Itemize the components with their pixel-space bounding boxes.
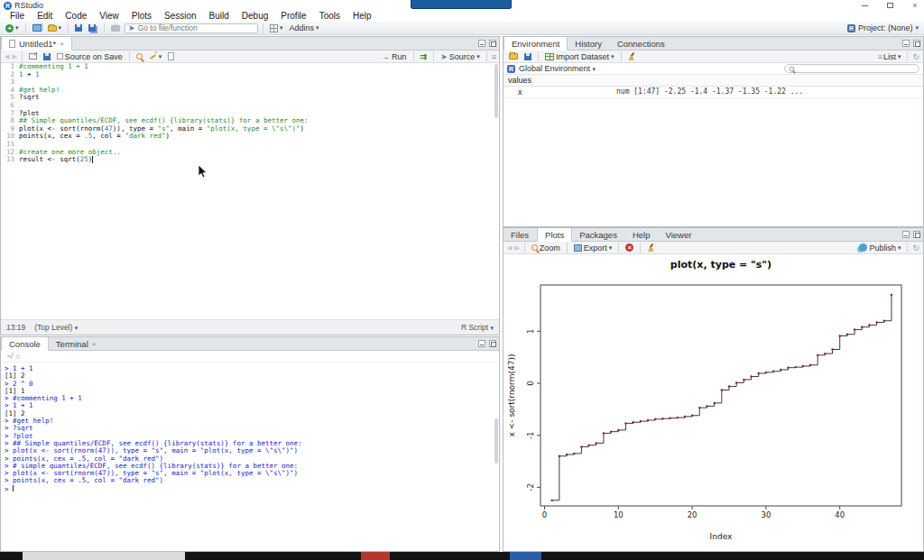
new-project-button[interactable] — [31, 23, 43, 32]
maximize-pane-icon[interactable] — [913, 40, 920, 47]
compile-report-button[interactable] — [166, 51, 176, 61]
taskbar-item[interactable] — [510, 552, 541, 560]
code-tools-button[interactable]: ▾ — [147, 51, 164, 61]
tab-console[interactable]: Console — [1, 337, 49, 351]
tab-terminal[interactable]: Terminal× — [49, 337, 105, 350]
step-plot-figure: plot(x, type = "s")010203040-2-101Indexx… — [504, 254, 923, 553]
menu-plots[interactable]: Plots — [125, 11, 158, 22]
new-file-button[interactable]: +▾ — [4, 23, 21, 33]
editor-line[interactable]: 1#commenting 1 + 1 — [1, 63, 499, 71]
save-all-button[interactable] — [87, 23, 99, 32]
environment-scope-selector[interactable]: Global Environment ▾ — [519, 64, 596, 73]
goto-file-input[interactable] — [138, 23, 246, 32]
taskbar-item[interactable] — [23, 552, 185, 560]
maximize-pane-icon[interactable] — [913, 231, 920, 238]
next-plot-icon[interactable]: ▶ — [514, 244, 519, 252]
tab-plots[interactable]: Plots — [537, 228, 572, 242]
addins-button[interactable]: Addins▾ — [288, 23, 321, 33]
save-workspace-button[interactable] — [522, 52, 533, 61]
tab-connections[interactable]: Connections — [610, 37, 673, 50]
environment-search[interactable] — [784, 64, 919, 73]
source-button[interactable]: ➤Source▾ — [439, 51, 482, 62]
clear-plots-button[interactable] — [645, 243, 657, 252]
maximize-pane-icon[interactable] — [489, 340, 496, 347]
goto-file-search[interactable]: ➤ — [125, 23, 258, 33]
search-icon — [790, 66, 795, 71]
publish-button[interactable]: Publish▾ — [857, 243, 902, 253]
windows-taskbar[interactable] — [0, 552, 924, 560]
editor-line[interactable]: 6 — [1, 102, 499, 110]
list-view-button[interactable]: ≡List▾ — [876, 51, 903, 62]
export-icon — [574, 244, 582, 252]
rerun-button[interactable]: ⇉ — [419, 51, 430, 62]
tab-help[interactable]: Help — [625, 228, 659, 241]
export-plot-button[interactable]: Export▾ — [572, 243, 614, 253]
minimize-pane-icon[interactable] — [478, 40, 485, 47]
console-scrollbar[interactable] — [494, 364, 499, 545]
taskbar-item[interactable] — [361, 552, 390, 560]
console-output[interactable]: > 1 + 1[1] 2> 2 ^ 0[1] 1> #commenting 1 … — [1, 363, 492, 551]
menu-code[interactable]: Code — [59, 11, 93, 22]
tab-untitled1[interactable]: Untitled1* × — [1, 37, 72, 50]
find-button[interactable] — [134, 52, 144, 60]
environment-search-input[interactable] — [798, 65, 906, 73]
editor-scrollbar[interactable] — [494, 64, 499, 306]
import-dataset-button[interactable]: Import Dataset▾ — [543, 51, 616, 62]
environment-scope-bar: R Global Environment ▾ — [504, 63, 923, 75]
menu-session[interactable]: Session — [158, 11, 203, 22]
code-editor[interactable]: 1#commenting 1 + 121 + 134#get help!5?sq… — [1, 63, 499, 319]
source-on-save-checkbox[interactable]: Source on Save — [55, 51, 125, 62]
editor-line[interactable]: 5?sqrt — [1, 94, 499, 102]
run-button[interactable]: →Run — [380, 51, 409, 62]
scope-selector[interactable]: (Top Level) ▾ — [34, 323, 78, 332]
tab-environment[interactable]: Environment — [504, 37, 568, 50]
remove-plot-button[interactable]: × — [624, 243, 635, 252]
minimize-pane-icon[interactable] — [478, 340, 485, 347]
save-doc-button[interactable] — [42, 52, 52, 61]
save-button[interactable] — [73, 23, 84, 32]
menu-view[interactable]: View — [93, 11, 125, 22]
project-menu[interactable]: R Project: (None)▾ — [847, 23, 919, 32]
minimize-pane-icon[interactable] — [902, 40, 910, 47]
doc-type-selector[interactable]: R Script ▾ — [461, 323, 494, 332]
tab-viewer[interactable]: Viewer — [658, 228, 699, 241]
env-variable-row[interactable]: x num [1:47] -2.25 -1.4 -1.37 -1.35 -1.2… — [504, 87, 923, 98]
popout-button[interactable] — [27, 52, 39, 60]
editor-line[interactable]: 21 + 1 — [1, 71, 499, 79]
tab-packages[interactable]: Packages — [572, 228, 625, 241]
save-icon — [75, 24, 82, 32]
menu-help[interactable]: Help — [346, 11, 378, 22]
menu-tools[interactable]: Tools — [313, 11, 346, 22]
back-icon[interactable]: ◀ — [5, 53, 9, 60]
menu-debug[interactable]: Debug — [236, 11, 274, 22]
maximize-pane-icon[interactable] — [489, 40, 496, 47]
menu-file[interactable]: File — [4, 11, 31, 22]
open-file-button[interactable]: ▾ — [46, 23, 64, 32]
print-button[interactable] — [109, 24, 122, 32]
tab-files[interactable]: Files — [504, 228, 537, 241]
maximize-button[interactable] — [884, 1, 895, 10]
home-icon[interactable]: ⌂ — [15, 353, 20, 361]
previous-plot-icon[interactable]: ◀ — [507, 244, 512, 252]
editor-line[interactable]: 13result <- sqrt(25) — [1, 156, 499, 164]
close-button[interactable]: × — [910, 1, 920, 10]
close-tab-icon[interactable]: × — [60, 40, 64, 48]
minimize-pane-icon[interactable] — [902, 231, 910, 238]
menu-build[interactable]: Build — [203, 11, 236, 22]
forward-icon[interactable]: ▶ — [12, 53, 16, 60]
menu-profile[interactable]: Profile — [274, 11, 312, 22]
editor-line[interactable]: 10points(x, cex = .5, col = "dark red") — [1, 133, 499, 141]
editor-line[interactable]: 4#get help! — [1, 87, 499, 95]
document-outline-icon[interactable]: ≡ — [492, 52, 495, 61]
panes-layout-button[interactable]: ▾ — [268, 23, 285, 33]
refresh-icon[interactable]: ↻ — [912, 243, 919, 252]
clear-workspace-button[interactable] — [626, 51, 638, 61]
zoom-plot-button[interactable]: Zoom — [530, 243, 562, 253]
editor-line[interactable]: 3 — [1, 78, 499, 87]
load-workspace-button[interactable] — [507, 52, 520, 60]
close-tab-icon[interactable]: × — [92, 340, 97, 348]
refresh-icon[interactable]: ↻ — [912, 52, 919, 61]
tab-history[interactable]: History — [568, 37, 610, 50]
menu-edit[interactable]: Edit — [31, 11, 59, 22]
minimize-button[interactable] — [859, 1, 870, 10]
